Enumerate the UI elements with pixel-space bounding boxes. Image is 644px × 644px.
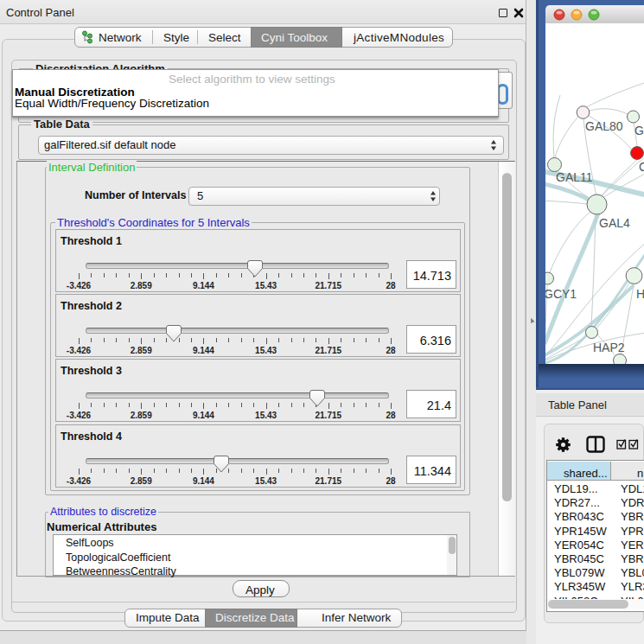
svg-text:GAL80: GAL80: [585, 119, 623, 133]
svg-text:GCY1: GCY1: [545, 287, 577, 301]
svg-text:HAP2: HAP2: [593, 341, 625, 354]
svg-text:GA: GA: [634, 124, 644, 137]
svg-text:GAL11: GAL11: [556, 170, 593, 184]
svg-text:C: C: [639, 160, 644, 174]
svg-text:H: H: [636, 287, 644, 301]
svg-text:GAL4: GAL4: [599, 216, 630, 230]
